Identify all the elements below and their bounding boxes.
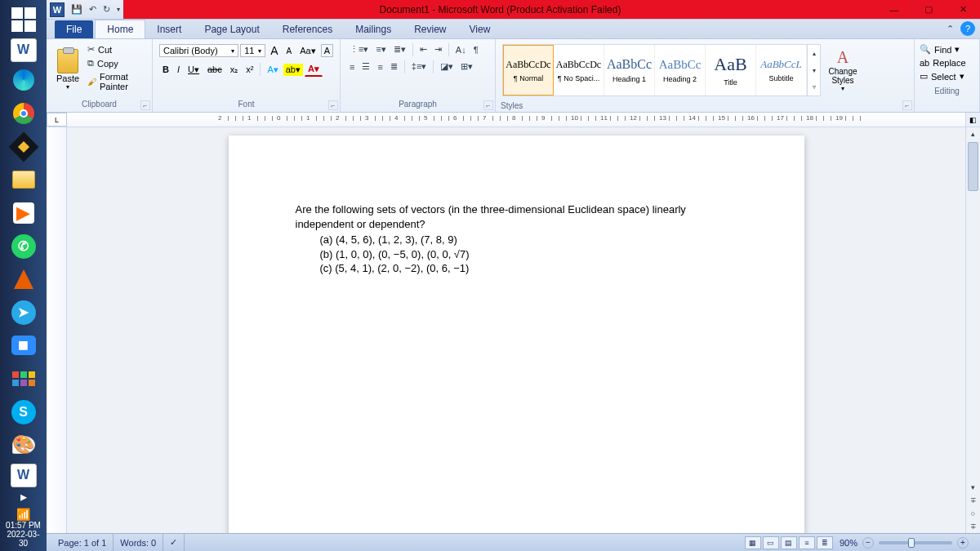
qat-redo-icon[interactable]: ↻ [100, 4, 114, 15]
align-right-button[interactable]: ≡ [375, 60, 385, 73]
full-screen-view[interactable]: ▭ [763, 536, 779, 549]
word-running-icon[interactable]: W [11, 464, 37, 487]
styles-gallery-scroll[interactable]: ▴▾▿ [807, 45, 820, 96]
tab-home[interactable]: Home [95, 20, 145, 38]
sort-button[interactable]: A↓ [453, 43, 469, 56]
system-tray[interactable]: 📶 01:57 PM 2022-03-30 [0, 504, 47, 551]
minimize-ribbon-icon[interactable]: ⌃ [942, 21, 957, 36]
tab-page-layout[interactable]: Page Layout [193, 20, 270, 38]
borders-button[interactable]: ⊞▾ [458, 60, 475, 73]
shrink-font-button[interactable]: A [283, 45, 296, 57]
style-normal[interactable]: AaBbCcDc¶ Normal [503, 45, 554, 96]
tab-insert[interactable]: Insert [145, 20, 193, 38]
zoom-slider[interactable] [879, 541, 952, 544]
next-page-icon[interactable]: ∓ [966, 520, 980, 533]
zoom-out-button[interactable]: − [862, 537, 874, 549]
font-size-combo[interactable]: 11▾ [240, 44, 265, 57]
taskbar-expand[interactable]: ▸ [0, 489, 47, 504]
minimize-button[interactable]: — [877, 0, 911, 19]
explorer-icon[interactable] [7, 165, 40, 195]
whatsapp-icon[interactable]: ✆ [7, 231, 40, 261]
underline-button[interactable]: U▾ [185, 63, 203, 77]
cut-button[interactable]: ✂Cut [86, 42, 145, 56]
telegram-icon[interactable]: ➤ [7, 297, 40, 327]
qat-undo-icon[interactable]: ↶ [86, 4, 100, 15]
zoom-level[interactable]: 90% [840, 538, 858, 548]
word-app-icon[interactable]: W [11, 38, 37, 62]
tab-file[interactable]: File [55, 20, 93, 38]
justify-button[interactable]: ≣ [388, 60, 400, 73]
proofing-icon[interactable]: ✓ [163, 534, 185, 551]
numbering-button[interactable]: ≡▾ [373, 42, 388, 56]
prev-page-icon[interactable]: ○ [966, 507, 980, 520]
start-button[interactable] [7, 5, 40, 35]
tab-review[interactable]: Review [403, 20, 457, 38]
bold-button[interactable]: B [159, 63, 172, 76]
scroll-thumb[interactable] [968, 142, 978, 191]
superscript-button[interactable]: x² [243, 63, 256, 76]
tab-selector[interactable]: L [47, 113, 67, 127]
outline-view[interactable]: ≡ [799, 536, 815, 549]
font-launcher-icon[interactable]: ⌐ [328, 100, 338, 110]
tab-mailings[interactable]: Mailings [344, 20, 403, 38]
edge-icon[interactable] [7, 65, 40, 96]
page-status[interactable]: Page: 1 of 1 [51, 534, 114, 551]
print-layout-view[interactable]: ▦ [745, 536, 761, 549]
zoom-in-button[interactable]: + [957, 537, 969, 549]
styles-launcher-icon[interactable]: ⌐ [902, 100, 912, 110]
zoom-icon[interactable]: ■ [7, 331, 40, 361]
change-styles-button[interactable]: A Change Styles ▾ [822, 41, 863, 100]
close-button[interactable]: ✕ [946, 0, 980, 19]
subscript-button[interactable]: x₂ [227, 63, 242, 77]
bullets-button[interactable]: ⋮≡▾ [347, 42, 371, 56]
draft-view[interactable]: ≣ [817, 536, 833, 549]
align-center-button[interactable]: ☰ [359, 60, 372, 73]
increase-indent-button[interactable]: ⇥ [432, 42, 444, 56]
ruler-toggle-icon[interactable]: ◧ [965, 113, 980, 127]
find-button[interactable]: 🔍Find▾ [918, 42, 976, 56]
tab-view[interactable]: View [458, 20, 502, 38]
font-name-combo[interactable]: Calibri (Body)▾ [159, 44, 238, 57]
browse-object-icon[interactable]: ∓ [966, 494, 980, 507]
replace-button[interactable]: abReplace [918, 56, 976, 69]
qat-customize-icon[interactable]: ▾ [114, 6, 123, 13]
scroll-up-icon[interactable]: ▴ [966, 127, 980, 140]
paragraph-launcher-icon[interactable]: ⌐ [483, 100, 493, 110]
skype-icon[interactable]: S [7, 397, 40, 427]
multilevel-button[interactable]: ≣▾ [391, 42, 408, 56]
scroll-down-icon[interactable]: ▾ [966, 481, 980, 494]
grow-font-button[interactable]: A [267, 42, 281, 59]
vertical-scrollbar[interactable]: ▴ ▾ ∓ ○ ∓ [965, 127, 980, 533]
horizontal-ruler[interactable]: 21012345678910111213141516171819 [67, 113, 965, 127]
font-color-button[interactable]: A▾ [305, 62, 323, 77]
binance-icon[interactable] [7, 131, 40, 162]
shading-button[interactable]: ◪▾ [438, 60, 456, 73]
page-scroll[interactable]: Are the following sets of vectors (in th… [67, 127, 965, 533]
help-icon[interactable]: ? [960, 21, 975, 36]
style-title[interactable]: AaBTitle [706, 45, 756, 96]
format-painter-button[interactable]: 🖌Format Painter [86, 70, 145, 93]
show-marks-button[interactable]: ¶ [471, 43, 481, 56]
chrome-icon[interactable] [7, 99, 40, 129]
vlc-icon[interactable] [7, 264, 40, 295]
change-case-button[interactable]: Aa▾ [296, 44, 318, 58]
maximize-button[interactable]: ▢ [911, 0, 946, 19]
clipboard-launcher-icon[interactable]: ⌐ [140, 100, 150, 110]
italic-button[interactable]: I [174, 63, 183, 76]
media-player-icon[interactable]: ▶ [7, 198, 40, 229]
paste-dropdown-icon[interactable]: ▾ [66, 83, 69, 91]
word-count[interactable]: Words: 0 [114, 534, 163, 551]
text-effects-button[interactable]: A▾ [264, 63, 281, 77]
clear-formatting-button[interactable]: A [321, 44, 333, 57]
style-no-spacing[interactable]: AaBbCcDc¶ No Spaci... [554, 45, 604, 96]
line-spacing-button[interactable]: ‡≡▾ [409, 60, 430, 73]
web-layout-view[interactable]: ▤ [781, 536, 797, 549]
paint-icon[interactable]: 🎨 [7, 430, 40, 460]
qat-save-icon[interactable]: 💾 [68, 4, 86, 15]
select-button[interactable]: ▭Select▾ [918, 69, 976, 83]
style-heading2[interactable]: AaBbCcHeading 2 [655, 45, 706, 96]
strikethrough-button[interactable]: abc [204, 63, 225, 76]
paste-button[interactable]: Paste ▾ [51, 41, 84, 98]
vertical-ruler[interactable] [47, 127, 67, 533]
decrease-indent-button[interactable]: ⇤ [417, 42, 430, 56]
